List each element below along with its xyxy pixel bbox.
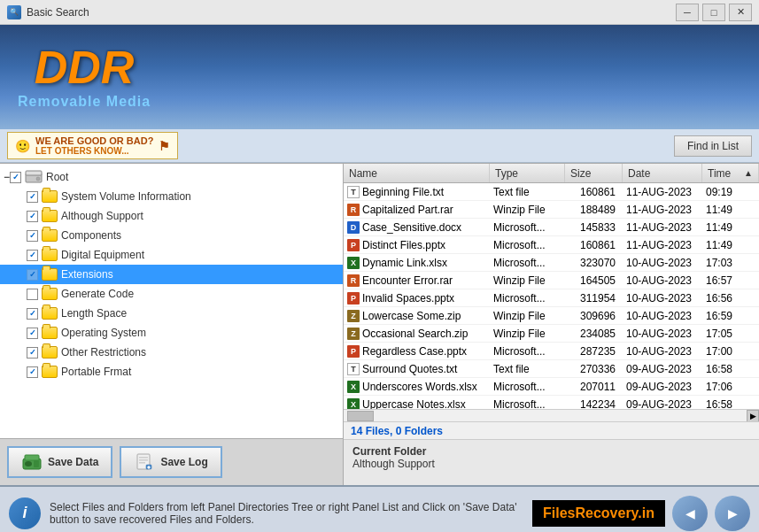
- folder-icon: [42, 210, 58, 222]
- checkbox-digital-equipment[interactable]: [27, 250, 38, 261]
- tree-item-digital-equipment[interactable]: Digital Equipment: [0, 245, 343, 265]
- title-bar: 🔍 Basic Search ─ □ ✕: [0, 0, 759, 25]
- file-name-cell: X Dynamic Link.xlsx: [344, 257, 490, 269]
- file-type-cell: Microsoft...: [490, 381, 565, 393]
- file-name-cell: Z Occasional Search.zip: [344, 328, 490, 340]
- file-list-header: Name Type Size Date Time ▲: [344, 164, 759, 183]
- file-size-cell: 145833: [565, 221, 623, 234]
- file-type-icon: P: [347, 292, 360, 305]
- file-count-status: 14 Files, 0 Folders: [351, 425, 443, 437]
- tree-item-generate-code[interactable]: Generate Code: [0, 284, 343, 304]
- svg-rect-10: [139, 462, 145, 464]
- file-date-cell: 10-AUG-2023: [623, 274, 702, 287]
- file-name-cell: X Uppercase Notes.xlsx: [344, 398, 490, 410]
- checkbox-although-support[interactable]: [27, 211, 38, 222]
- file-row[interactable]: X Dynamic Link.xlsx Microsoft... 323070 …: [344, 254, 759, 272]
- save-log-button[interactable]: Save Log: [120, 446, 221, 478]
- checkbox-generate-code[interactable]: [27, 289, 38, 300]
- tree-item-components[interactable]: Components: [0, 226, 343, 245]
- file-time-cell: 17:00: [702, 345, 755, 358]
- file-type-cell: Winzip File: [490, 204, 565, 216]
- col-header-type[interactable]: Type: [490, 164, 565, 182]
- col-header-date[interactable]: Date: [623, 164, 702, 182]
- file-type-icon: R: [347, 204, 360, 216]
- file-size-cell: 309696: [565, 310, 623, 322]
- current-folder-panel: Current Folder Although Support: [344, 439, 759, 485]
- directory-tree[interactable]: − Root System Volume Information: [0, 164, 343, 438]
- file-time-cell: 11:49: [702, 239, 755, 251]
- file-row[interactable]: P Invalid Spaces.pptx Microsoft... 31195…: [344, 289, 759, 307]
- file-type-icon: D: [347, 221, 360, 234]
- tree-item-system-volume[interactable]: System Volume Information: [0, 187, 343, 206]
- toolbar: 🙂 WE ARE GOOD OR BAD? LET OTHERS KNOW...…: [0, 129, 759, 163]
- back-button[interactable]: ◀: [672, 496, 708, 531]
- svg-rect-5: [34, 460, 39, 467]
- file-row[interactable]: T Beginning File.txt Text file 160861 11…: [344, 183, 759, 201]
- bottom-buttons: Save Data Save Log: [0, 438, 343, 485]
- tree-item-other-restrictions[interactable]: Other Restrictions: [0, 343, 343, 362]
- file-list[interactable]: T Beginning File.txt Text file 160861 11…: [344, 183, 759, 409]
- tree-item-extensions[interactable]: Extensions: [0, 265, 343, 284]
- file-row[interactable]: X Uppercase Notes.xlsx Microsoft... 1422…: [344, 396, 759, 409]
- file-row[interactable]: R Encounter Error.rar Winzip File 164505…: [344, 272, 759, 289]
- file-type-cell: Microsoft...: [490, 398, 565, 410]
- file-type-cell: Microsoft...: [490, 292, 565, 305]
- brand-logo-container: DDR Removable Media: [18, 44, 151, 110]
- checkbox-other-restrictions[interactable]: [27, 347, 38, 359]
- folder-icon: [42, 190, 58, 203]
- file-size-cell: 207011: [565, 381, 623, 393]
- file-date-cell: 11-AUG-2023: [623, 186, 702, 198]
- file-name-cell: T Beginning File.txt: [344, 186, 490, 198]
- file-type-icon: T: [347, 186, 360, 198]
- file-type-cell: Winzip File: [490, 328, 565, 340]
- root-label: Root: [46, 171, 68, 183]
- file-row[interactable]: P Regardless Case.pptx Microsoft... 2872…: [344, 343, 759, 360]
- col-header-time[interactable]: Time ▲: [702, 164, 759, 182]
- col-header-name[interactable]: Name: [344, 164, 490, 182]
- file-row[interactable]: R Capitalized Part.rar Winzip File 18848…: [344, 201, 759, 219]
- file-type-cell: Microsoft...: [490, 239, 565, 251]
- file-row[interactable]: Z Lowercase Some.zip Winzip File 309696 …: [344, 307, 759, 325]
- close-button[interactable]: ✕: [729, 4, 752, 21]
- maximize-button[interactable]: □: [702, 4, 725, 21]
- file-size-cell: 234085: [565, 328, 623, 340]
- forward-button[interactable]: ▶: [715, 496, 750, 531]
- hscroll-right-btn[interactable]: ▶: [747, 410, 759, 422]
- checkbox-portable-frmat[interactable]: [27, 366, 38, 378]
- file-time-cell: 17:05: [702, 328, 755, 340]
- file-row[interactable]: T Surround Quotes.txt Text file 270336 0…: [344, 360, 759, 378]
- tree-item-length-space[interactable]: Length Space: [0, 304, 343, 323]
- status-bar: 14 Files, 0 Folders: [344, 421, 759, 439]
- file-row[interactable]: P Distinct Files.pptx Microsoft... 16086…: [344, 236, 759, 254]
- tree-item-portable-frmat[interactable]: Portable Frmat: [0, 362, 343, 382]
- checkbox-operating-system[interactable]: [27, 328, 38, 339]
- svg-point-2: [36, 177, 40, 181]
- save-log-label: Save Log: [160, 456, 207, 468]
- root-checkbox[interactable]: [10, 172, 21, 183]
- title-bar-left: 🔍 Basic Search: [7, 5, 89, 19]
- col-header-size[interactable]: Size: [565, 164, 623, 182]
- footer: i Select Files and Folders from left Pan…: [0, 485, 759, 532]
- app-icon: 🔍: [7, 5, 21, 19]
- horizontal-scrollbar[interactable]: ▶: [344, 409, 759, 421]
- folder-icon: [42, 346, 58, 359]
- minimize-button[interactable]: ─: [676, 4, 699, 21]
- tree-item-although-support[interactable]: Although Support: [0, 206, 343, 226]
- hscroll-thumb[interactable]: [347, 411, 374, 421]
- tree-root[interactable]: − Root: [0, 167, 343, 187]
- save-data-button[interactable]: Save Data: [7, 446, 112, 478]
- file-date-cell: 09-AUG-2023: [623, 363, 702, 375]
- brand-name: DDR: [35, 44, 135, 90]
- checkbox-length-space[interactable]: [27, 308, 38, 320]
- file-size-cell: 164505: [565, 274, 623, 287]
- tree-item-operating-system[interactable]: Operating System: [0, 323, 343, 343]
- file-row[interactable]: D Case_Sensitive.docx Microsoft... 14583…: [344, 219, 759, 236]
- checkbox-extensions[interactable]: [27, 269, 38, 281]
- file-time-cell: 11:49: [702, 221, 755, 234]
- file-row[interactable]: Z Occasional Search.zip Winzip File 2340…: [344, 325, 759, 343]
- find-in-list-button[interactable]: Find in List: [674, 135, 752, 157]
- file-row[interactable]: X Underscores Words.xlsx Microsoft... 20…: [344, 378, 759, 396]
- checkbox-system-volume[interactable]: [27, 191, 38, 203]
- checkbox-components[interactable]: [27, 230, 38, 242]
- file-type-cell: Text file: [490, 363, 565, 375]
